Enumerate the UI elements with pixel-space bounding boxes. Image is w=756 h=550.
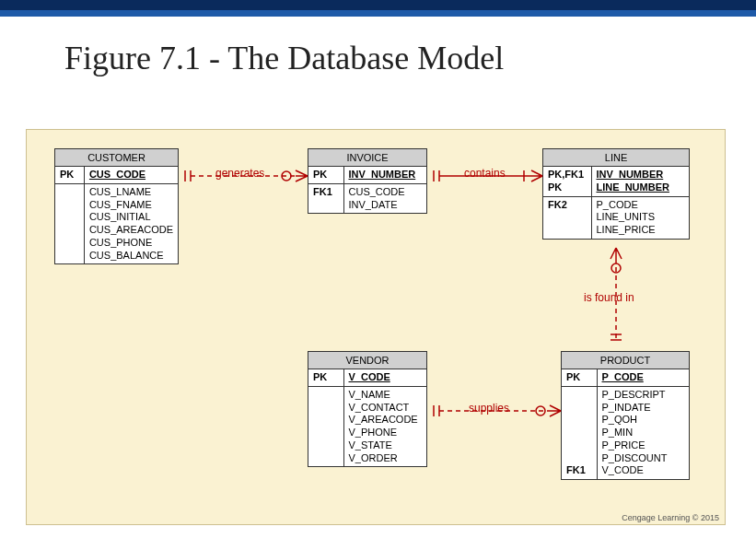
attr: CUS_CODE [349, 186, 423, 199]
entity-customer-header: CUSTOMER [55, 149, 178, 167]
entity-vendor-header: VENDOR [308, 352, 426, 369]
svg-point-9 [611, 263, 621, 273]
invoice-fk-label: FK1 [308, 183, 343, 213]
attr: INV_DATE [349, 199, 423, 212]
attr: LINE_UNITS [597, 211, 685, 224]
line-pk-labels: PK,FK1 PK [543, 167, 591, 196]
customer-pk-label: PK [55, 167, 84, 183]
customer-attrs: CUS_LNAME CUS_FNAME CUS_INITIAL CUS_AREA… [84, 183, 178, 263]
rel-generates-label: generates [215, 167, 264, 180]
line-attrs: P_CODE LINE_UNITS LINE_PRICE [591, 196, 689, 239]
invoice-pk-label: PK [308, 167, 343, 183]
line-pk-attr1: INV_NUMBER [597, 169, 685, 181]
rel-contains-label: contains [464, 167, 506, 180]
attr: CUS_PHONE [89, 237, 173, 250]
vendor-attrs: V_NAME V_CONTACT V_AREACODE V_PHONE V_ST… [343, 386, 426, 466]
entity-invoice: INVOICE PK INV_NUMBER FK1 CUS_CODE INV_D… [308, 148, 427, 214]
copyright-text: Cengage Learning © 2015 [622, 513, 719, 522]
product-pk-label: PK [562, 369, 597, 386]
line-fk-label: FK2 [543, 196, 591, 239]
entity-product: PRODUCT PK P_CODE FK1 P_DESCRIPT P_INDAT… [561, 351, 690, 480]
page-title: Figure 7.1 - The Database Model [64, 39, 756, 77]
attr: CUS_FNAME [89, 199, 173, 212]
attr: P_PRICE [602, 439, 685, 452]
product-fk-label: FK1 [562, 386, 597, 479]
entity-vendor: VENDOR PK V_CODE V_NAME V_CONTACT V_AREA… [308, 351, 427, 467]
entity-product-header: PRODUCT [562, 352, 689, 369]
svg-point-3 [282, 171, 291, 181]
attr: CUS_BALANCE [89, 250, 173, 263]
line-pk-attr2: LINE_NUMBER [597, 181, 685, 194]
invoice-pk-attr: INV_NUMBER [349, 169, 416, 180]
vendor-pk-attr: V_CODE [349, 371, 390, 382]
attr: V_STATE [349, 439, 423, 452]
attr: CUS_AREACODE [89, 224, 173, 237]
product-pk-attr: P_CODE [602, 371, 644, 382]
attr: V_CODE [602, 464, 685, 477]
attr: CUS_LNAME [89, 186, 173, 199]
invoice-attrs: CUS_CODE INV_DATE [343, 183, 426, 213]
entity-invoice-header: INVOICE [308, 149, 426, 167]
rel-is-found-in-label: is found in [584, 291, 634, 304]
attr: P_DISCOUNT [602, 452, 685, 465]
attr: P_INDATE [602, 402, 685, 415]
product-attrs: P_DESCRIPT P_INDATE P_QOH P_MIN P_PRICE … [597, 386, 689, 479]
diagram-canvas: CUSTOMER PK CUS_CODE CUS_LNAME CUS_FNAME… [26, 129, 726, 525]
attr: P_QOH [602, 414, 685, 427]
window-top-bar [0, 0, 756, 17]
attr: V_PHONE [349, 427, 423, 439]
attr: V_AREACODE [349, 414, 423, 427]
attr: V_ORDER [349, 452, 423, 465]
attr: P_DESCRIPT [602, 389, 685, 402]
entity-line-header: LINE [543, 149, 689, 167]
vendor-pk-label: PK [308, 369, 343, 386]
rel-supplies-label: supplies [469, 402, 509, 415]
entity-customer: CUSTOMER PK CUS_CODE CUS_LNAME CUS_FNAME… [54, 148, 179, 264]
attr: V_NAME [349, 389, 423, 402]
attr: V_CONTACT [349, 402, 423, 415]
entity-line: LINE PK,FK1 PK INV_NUMBER LINE_NUMBER FK… [542, 148, 690, 240]
attr: LINE_PRICE [597, 224, 685, 237]
svg-point-15 [536, 406, 545, 415]
attr: CUS_INITIAL [89, 211, 173, 224]
customer-pk-attr: CUS_CODE [89, 169, 145, 180]
attr: P_CODE [597, 199, 685, 212]
attr: P_MIN [602, 427, 685, 439]
